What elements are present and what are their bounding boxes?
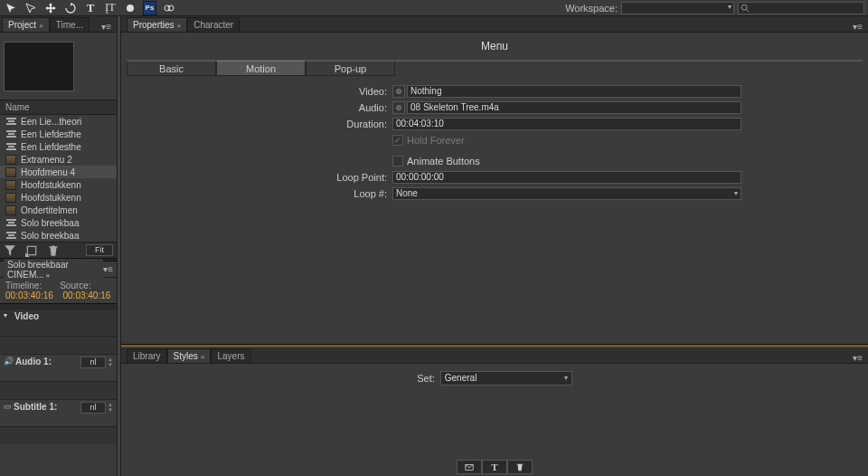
project-thumbnail[interactable]	[4, 42, 74, 91]
direct-select-tool[interactable]	[24, 1, 38, 15]
panel-menu-icon[interactable]: ▾≡	[853, 22, 863, 32]
list-item[interactable]: Extramenu 2	[0, 153, 117, 166]
fit-dropdown[interactable]: Fit	[86, 244, 113, 256]
new-item-icon[interactable]	[25, 244, 38, 257]
subtitle-track-header[interactable]: ▭ Subtitle 1: nl ▲▼	[0, 399, 117, 426]
timeline-timecode[interactable]: 00:03:40:16	[5, 290, 54, 300]
video-track-header[interactable]: ▾ Video	[0, 309, 117, 336]
motion-form: Video: Nothing Audio: 08 Skeleton Tree.m…	[127, 83, 863, 201]
audio-track-body[interactable]	[0, 381, 117, 399]
audio-label: Audio:	[127, 102, 392, 113]
subtitle-track-label: Subtitle 1:	[14, 402, 79, 412]
svg-point-8	[398, 107, 400, 109]
list-item[interactable]: Hoofdmenu 4	[0, 166, 117, 178]
menu-icon	[5, 180, 16, 190]
timeline-label: Timeline:	[5, 281, 42, 290]
trash-icon[interactable]	[47, 244, 60, 257]
source-timecode[interactable]: 00:03:40:16	[63, 290, 112, 300]
hold-forever-checkbox	[392, 135, 403, 146]
audio-lang-select[interactable]: nl	[80, 357, 106, 368]
delete-style-button[interactable]	[507, 460, 533, 474]
svg-point-2	[168, 5, 174, 11]
video-track-body[interactable]	[0, 336, 117, 354]
speaker-icon[interactable]: 🔊	[4, 357, 14, 366]
subtitle-track-body[interactable]	[0, 426, 117, 444]
video-track-label: Video	[14, 311, 113, 321]
svg-point-6	[398, 90, 400, 92]
list-item[interactable]: Hoofdstukkenn	[0, 178, 117, 191]
audio-pickwhip-icon[interactable]	[392, 101, 405, 114]
project-preview	[0, 33, 117, 100]
search-input[interactable]	[738, 2, 864, 14]
timecode-block: Timeline:Source: 00:03:40:1600:03:40:16	[0, 278, 117, 303]
timeline-icon	[5, 218, 16, 228]
timeline-panel-tabs: Solo breekbaar CINEM...× ▾≡	[0, 262, 117, 278]
vertical-text-tool[interactable]: ĮT	[103, 1, 118, 15]
collapse-icon[interactable]: ▾	[4, 311, 13, 319]
rotate-tool[interactable]	[63, 1, 78, 15]
subtitle-lang-select[interactable]: nl	[80, 402, 106, 414]
duration-field[interactable]: 00:04:03:10	[392, 118, 741, 130]
text-tool[interactable]: T	[83, 1, 98, 15]
timeline-icon	[5, 231, 16, 241]
tab-time[interactable]: Time...	[50, 17, 90, 32]
workspace-label: Workspace:	[565, 3, 618, 14]
audio-track-label: Audio 1:	[15, 357, 79, 367]
tab-character[interactable]: Character	[187, 17, 240, 32]
loop-point-field[interactable]: 00:00:00:00	[392, 171, 741, 184]
animate-buttons-label: Animate Buttons	[407, 156, 480, 167]
track-order-arrows[interactable]: ▲▼	[108, 402, 113, 413]
selection-tool[interactable]	[4, 1, 18, 15]
list-item[interactable]: Een Liefdesthe	[0, 140, 117, 153]
move-tool[interactable]	[43, 1, 58, 15]
set-label: Set:	[417, 373, 435, 384]
project-list: Een Lie...theori Een Liefdesthe Een Lief…	[0, 115, 117, 242]
video-label: Video:	[127, 86, 392, 97]
loop-num-select[interactable]: None	[392, 187, 741, 200]
tab-properties[interactable]: Properties×	[127, 17, 187, 32]
subtab-popup[interactable]: Pop-up	[306, 61, 395, 76]
ps-icon[interactable]: Ps	[143, 1, 156, 15]
workspace-select[interactable]	[621, 2, 734, 14]
list-item[interactable]: Een Liefdesthe	[0, 128, 117, 140]
set-select[interactable]: General	[440, 371, 572, 386]
timeline-icon	[5, 117, 16, 127]
list-item[interactable]: Een Lie...theori	[0, 115, 117, 128]
project-panel-tabs: Project× Time... ▾≡	[0, 16, 117, 33]
preview-tool[interactable]	[162, 1, 176, 15]
tab-library[interactable]: Library	[127, 348, 167, 363]
list-item[interactable]: Solo breekbaa	[0, 229, 117, 242]
panel-menu-icon[interactable]: ▾≡	[101, 22, 111, 32]
subtab-basic[interactable]: Basic	[127, 61, 216, 76]
animate-buttons-checkbox[interactable]	[392, 156, 403, 167]
edit-ps-tool[interactable]	[123, 1, 137, 15]
list-item[interactable]: Hoofdstukkenn	[0, 191, 117, 204]
panel-menu-icon[interactable]: ▾≡	[853, 353, 863, 363]
menu-icon	[5, 167, 16, 177]
audio-track-header[interactable]: 🔊 Audio 1: nl ▲▼	[0, 354, 117, 381]
timeline-icon	[5, 142, 16, 152]
apply-style-button[interactable]	[457, 460, 482, 474]
track-order-arrows[interactable]: ▲▼	[108, 357, 113, 367]
list-item[interactable]: Solo breekbaa	[0, 216, 117, 229]
audio-field[interactable]: 08 Skeleton Tree.m4a	[407, 101, 741, 114]
tab-styles[interactable]: Styles×	[167, 348, 212, 363]
subtab-motion[interactable]: Motion	[216, 61, 306, 76]
source-label: Source:	[60, 281, 90, 290]
menu-icon	[5, 193, 16, 203]
filter-icon[interactable]	[4, 244, 16, 257]
list-item[interactable]: Ondertitelmen	[0, 204, 117, 216]
tab-timeline[interactable]: Solo breekbaar CINEM...×	[4, 259, 103, 281]
svg-point-3	[741, 5, 747, 10]
video-field[interactable]: Nothing	[407, 85, 741, 98]
menu-icon	[5, 155, 16, 165]
video-pickwhip-icon[interactable]	[392, 85, 405, 98]
tab-layers[interactable]: Layers	[211, 348, 250, 363]
panel-menu-icon[interactable]: ▾≡	[103, 264, 113, 274]
tab-project[interactable]: Project×	[2, 17, 50, 32]
menu-icon	[5, 205, 16, 215]
duration-label: Duration:	[127, 119, 392, 129]
project-name-header[interactable]: Name	[0, 100, 117, 115]
text-style-button[interactable]: T	[482, 460, 507, 474]
subtitle-icon[interactable]: ▭	[4, 402, 12, 411]
